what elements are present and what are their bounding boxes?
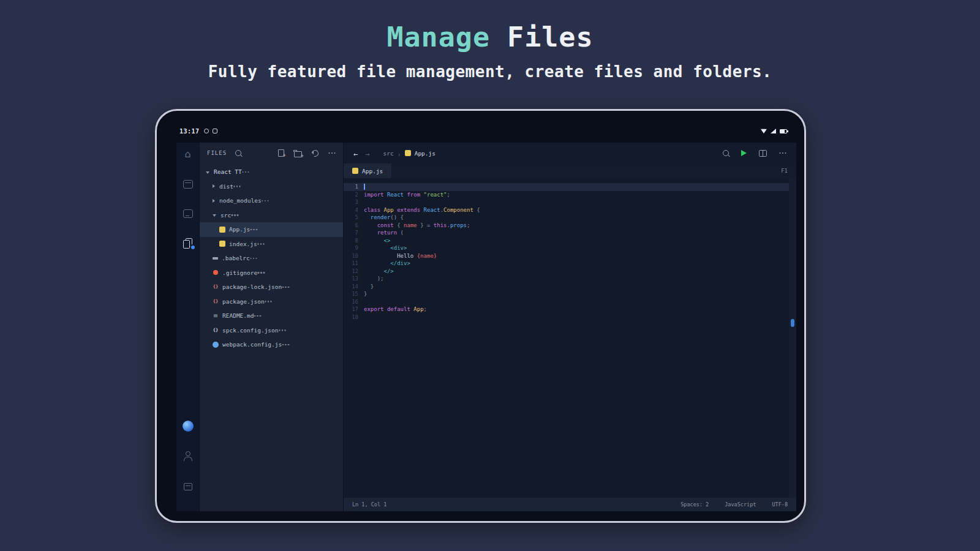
encoding[interactable]: UTF-8 xyxy=(772,501,788,508)
tab-appjs[interactable]: App.js xyxy=(344,163,391,178)
more-icon[interactable] xyxy=(282,329,284,331)
code-line[interactable]: 10 Hello {name} xyxy=(344,252,796,260)
tree-item[interactable]: .babelrc xyxy=(200,251,343,266)
spck-logo-icon[interactable] xyxy=(183,421,194,432)
run-icon[interactable] xyxy=(741,150,747,156)
more-icon[interactable] xyxy=(234,214,236,216)
profile-icon[interactable] xyxy=(182,450,194,462)
scrollbar-track[interactable] xyxy=(789,178,796,498)
more-icon[interactable] xyxy=(260,243,262,245)
line-content: return ( xyxy=(364,229,404,237)
chevron-down-icon[interactable] xyxy=(213,214,216,217)
line-content: ); xyxy=(364,275,384,283)
chevron-right-icon[interactable] xyxy=(213,184,215,188)
tree-item[interactable]: index.js xyxy=(200,237,343,252)
chevron-right-icon[interactable] xyxy=(213,199,215,203)
line-number: 5 xyxy=(344,214,364,222)
tree-item[interactable]: src xyxy=(200,208,343,223)
explorer-actions xyxy=(235,149,336,157)
editor-status-bar: Ln 1, Col 1 Spaces: 2 JavaScript UTF-8 xyxy=(344,498,796,511)
line-content xyxy=(364,183,365,191)
forward-icon[interactable] xyxy=(365,148,369,159)
code-line[interactable]: 4class App extends React.Component { xyxy=(344,206,796,214)
code-line[interactable]: 1 xyxy=(344,183,796,191)
code-line[interactable]: 17export default App; xyxy=(344,305,796,313)
more-icon[interactable] xyxy=(285,344,287,346)
back-icon[interactable] xyxy=(353,148,358,159)
more-icon[interactable] xyxy=(245,171,247,173)
more-icon[interactable] xyxy=(782,152,784,154)
more-icon[interactable] xyxy=(236,186,238,187)
tree-item[interactable]: webpack.config.js xyxy=(200,337,343,352)
activity-top-group xyxy=(182,149,194,249)
editor-icon[interactable] xyxy=(182,178,194,190)
split-view-icon[interactable] xyxy=(759,150,767,157)
tree-item[interactable]: React TT xyxy=(200,165,343,179)
more-icon[interactable] xyxy=(265,200,266,202)
tree-item[interactable]: dist xyxy=(200,179,343,194)
tree-item[interactable]: package.json xyxy=(200,294,343,309)
more-icon[interactable] xyxy=(260,272,262,274)
scrollbar-thumb[interactable] xyxy=(791,319,794,327)
code-line[interactable]: 15} xyxy=(344,290,796,298)
code-line[interactable]: 7 return ( xyxy=(344,229,796,237)
tree-item[interactable]: node_modules xyxy=(200,193,343,208)
search-icon[interactable] xyxy=(723,150,729,156)
code-line[interactable]: 12 </> xyxy=(344,268,796,276)
tree-item[interactable]: spck.config.json xyxy=(200,323,343,338)
line-content: <> xyxy=(364,237,390,245)
search-icon[interactable] xyxy=(235,150,241,156)
code-editor[interactable]: 12import React from "react";34class App … xyxy=(344,178,796,498)
cursor-position[interactable]: Ln 1, Col 1 xyxy=(352,501,386,508)
new-file-icon[interactable] xyxy=(278,149,284,157)
code-line[interactable]: 3 xyxy=(344,198,796,206)
tree-item[interactable]: README.md xyxy=(200,309,343,323)
breadcrumb: src App.js xyxy=(383,148,435,159)
fold-indicator[interactable]: F1 xyxy=(781,168,796,174)
more-icon[interactable] xyxy=(253,229,255,231)
breadcrumb-folder[interactable]: src xyxy=(383,150,393,157)
line-content: Hello {name} xyxy=(364,252,437,260)
console-icon[interactable] xyxy=(182,208,194,220)
code-line[interactable]: 2import React from "react"; xyxy=(344,191,796,199)
more-icon[interactable] xyxy=(268,301,270,302)
files-icon[interactable] xyxy=(182,237,194,249)
chevron-down-icon[interactable] xyxy=(206,171,209,174)
new-folder-icon[interactable] xyxy=(294,151,302,157)
code-line[interactable]: 8 <> xyxy=(344,237,796,245)
code-line[interactable]: 18 xyxy=(344,313,796,321)
line-content: </> xyxy=(364,268,394,276)
more-icon[interactable] xyxy=(257,315,258,317)
more-icon[interactable] xyxy=(331,152,333,154)
page-title-accent: Manage xyxy=(386,21,490,53)
android-status-bar: 13:17 xyxy=(179,127,787,135)
projects-icon[interactable] xyxy=(182,481,194,493)
app-window: FILES React TTdistnode_modulessrcApp.jsi… xyxy=(176,143,796,511)
indent-setting[interactable]: Spaces: 2 xyxy=(680,501,709,508)
code-line[interactable]: 13 ); xyxy=(344,275,796,283)
line-number: 2 xyxy=(344,191,364,199)
code-line[interactable]: 14 } xyxy=(344,283,796,291)
tree-item[interactable]: package-lock.json xyxy=(200,280,343,294)
line-content: </div> xyxy=(364,260,410,268)
more-icon[interactable] xyxy=(285,287,287,288)
tree-item-label: webpack.config.js xyxy=(222,341,282,348)
language-mode[interactable]: JavaScript xyxy=(725,501,756,508)
editor-pane: src App.js App.js F1 12import React from… xyxy=(344,143,796,511)
line-content: const { name } = this.props; xyxy=(364,222,470,230)
code-line[interactable]: 6 const { name } = this.props; xyxy=(344,222,796,230)
code-line[interactable]: 5 render() { xyxy=(344,214,796,222)
line-number: 6 xyxy=(344,222,364,230)
code-line[interactable]: 11 </div> xyxy=(344,260,796,268)
breadcrumb-file[interactable]: App.js xyxy=(415,150,435,157)
hero: Manage Files Fully featured file managem… xyxy=(0,21,980,81)
tree-item[interactable]: .gitignore xyxy=(200,266,343,280)
page-title-rest: Files xyxy=(490,21,594,53)
tree-item[interactable]: App.js xyxy=(200,222,343,237)
refresh-icon[interactable] xyxy=(311,149,320,158)
explorer-title: FILES xyxy=(207,150,227,156)
code-line[interactable]: 16 xyxy=(344,298,796,306)
home-icon[interactable] xyxy=(182,149,194,161)
code-line[interactable]: 9 <div> xyxy=(344,244,796,252)
more-icon[interactable] xyxy=(253,258,255,260)
